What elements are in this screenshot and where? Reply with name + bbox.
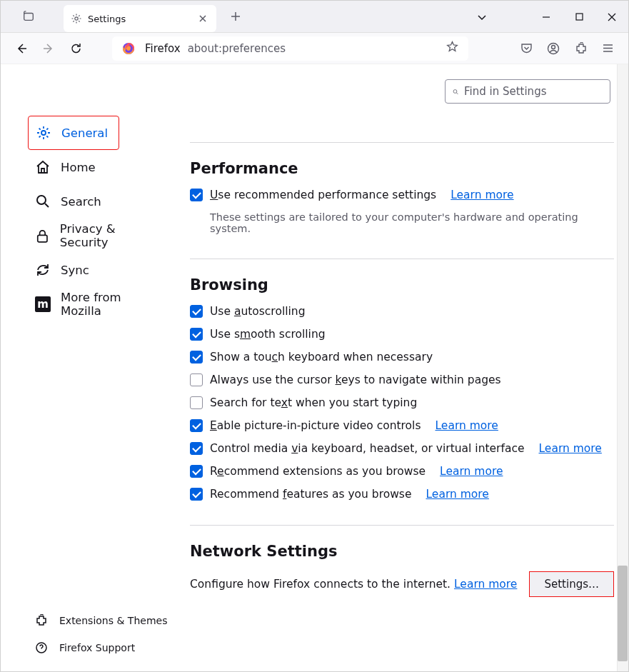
sidebar-item-more-mozilla[interactable]: m More from Mozilla <box>28 287 168 321</box>
svg-point-5 <box>552 45 555 49</box>
sidebar-item-home[interactable]: Home <box>28 150 168 184</box>
scrollbar-thumb[interactable] <box>618 566 628 661</box>
url-bar[interactable]: Firefoxabout:preferences <box>112 36 468 61</box>
checkbox-recommended-performance[interactable] <box>190 189 203 201</box>
learn-more-link[interactable]: Learn more <box>454 578 517 591</box>
learn-more-link[interactable]: Learn more <box>426 488 488 501</box>
browser-tab[interactable]: Settings <box>64 5 216 32</box>
minimize-button[interactable] <box>530 1 563 33</box>
reload-button[interactable] <box>64 36 88 61</box>
svg-point-6 <box>41 131 46 135</box>
firefox-icon <box>122 42 135 55</box>
back-button[interactable] <box>9 36 34 61</box>
sidebar-item-general[interactable]: General <box>28 116 119 150</box>
mozilla-icon: m <box>35 296 51 312</box>
checkbox-smooth-scrolling[interactable] <box>190 328 203 341</box>
navigation-toolbar: Firefoxabout:preferences <box>1 33 628 64</box>
checkbox-pip[interactable] <box>190 419 203 432</box>
sync-icon <box>35 262 51 278</box>
checkbox-label: Search for text when you start typing <box>210 396 417 409</box>
learn-more-link[interactable]: Learn more <box>436 419 498 432</box>
checkbox-label: Eable picture-in-picture video controls <box>210 419 421 432</box>
account-button[interactable] <box>541 36 565 61</box>
sidebar-bottom: Extensions & Themes Firefox Support <box>28 607 174 661</box>
section-heading: Browsing <box>190 276 614 294</box>
pocket-button[interactable] <box>514 36 538 61</box>
sidebar-label: Extensions & Themes <box>59 615 167 626</box>
sidebar-label: Sync <box>61 264 89 277</box>
tab-label: Settings <box>88 14 196 24</box>
checkbox-label: Use smooth scrolling <box>210 328 326 341</box>
sidebar-label: Firefox Support <box>59 642 135 653</box>
section-heading: Performance <box>190 160 614 177</box>
sidebar-item-sync[interactable]: Sync <box>28 253 168 287</box>
checkbox-label: Control media via keyboard, headset, or … <box>210 442 524 455</box>
section-network: Network Settings Configure how Firefox c… <box>190 525 614 597</box>
help-icon <box>35 641 48 654</box>
checkbox-recommend-extensions[interactable] <box>190 465 203 478</box>
new-tab-button[interactable] <box>225 6 246 27</box>
svg-point-7 <box>37 196 46 204</box>
checkbox-label: Recommend features as you browse <box>210 488 411 501</box>
checkbox-recommend-features[interactable] <box>190 488 203 501</box>
puzzle-icon <box>35 614 48 627</box>
main-panel: Performance Use recommended performance … <box>168 64 628 671</box>
svg-point-1 <box>75 17 78 20</box>
search-settings-box[interactable] <box>445 79 610 104</box>
search-icon <box>35 194 51 209</box>
menu-button[interactable] <box>595 36 620 61</box>
checkbox-touch-keyboard[interactable] <box>190 351 203 363</box>
sidebar-item-search[interactable]: Search <box>28 184 168 219</box>
sidebar-item-support[interactable]: Firefox Support <box>28 634 174 661</box>
checkbox-label: Always use the cursor keys to navigate w… <box>210 373 501 386</box>
tab-close-button[interactable] <box>196 12 209 25</box>
bookmark-star-icon[interactable] <box>441 41 464 56</box>
svg-rect-0 <box>24 14 34 21</box>
titlebar: Settings <box>1 1 628 33</box>
learn-more-link[interactable]: Learn more <box>538 442 601 455</box>
url-text: Firefoxabout:preferences <box>141 42 286 55</box>
checkbox-label: Use recommended performance settings <box>210 189 436 201</box>
sidebar: General Home Search Privacy & Security S… <box>1 64 168 671</box>
forward-button[interactable] <box>36 36 61 61</box>
checkbox-media-keyboard[interactable] <box>190 442 203 455</box>
svg-rect-2 <box>576 14 583 20</box>
extensions-button[interactable] <box>568 36 593 61</box>
network-desc: Configure how Firefox connects to the in… <box>190 578 517 591</box>
home-icon <box>35 159 51 175</box>
section-performance: Performance Use recommended performance … <box>190 142 614 234</box>
checkbox-cursor-keys[interactable] <box>190 373 203 386</box>
learn-more-link[interactable]: Learn more <box>451 189 513 201</box>
checkbox-search-text-typing[interactable] <box>190 396 203 409</box>
sidebar-label: Search <box>61 195 101 209</box>
sidebar-label: General <box>61 126 108 140</box>
sidebar-item-extensions[interactable]: Extensions & Themes <box>28 607 174 634</box>
svg-rect-8 <box>38 235 47 241</box>
checkbox-label: Recommend extensions as you browse <box>210 465 426 478</box>
network-settings-button[interactable]: Settings… <box>529 571 614 597</box>
section-heading: Network Settings <box>190 543 614 560</box>
gear-icon <box>71 13 82 24</box>
checkbox-autoscrolling[interactable] <box>190 305 203 318</box>
sidebar-label: More from Mozilla <box>61 291 161 318</box>
url-identity <box>116 42 141 55</box>
lock-icon <box>35 228 50 244</box>
tabs-chevron-button[interactable] <box>466 1 498 33</box>
search-input[interactable] <box>464 85 603 98</box>
sidebar-item-privacy[interactable]: Privacy & Security <box>28 219 168 253</box>
window-controls <box>530 1 628 33</box>
performance-desc: These settings are tailored to your comp… <box>210 211 614 234</box>
vertical-scrollbar[interactable] <box>617 64 628 671</box>
checkbox-label: Show a touch keyboard when necessary <box>210 351 433 363</box>
sidebar-label: Home <box>61 161 96 174</box>
checkbox-label: Use autoscrolling <box>210 305 305 318</box>
learn-more-link[interactable]: Learn more <box>440 465 503 478</box>
gear-icon <box>36 125 51 141</box>
sidebar-label: Privacy & Security <box>60 222 161 249</box>
maximize-button[interactable] <box>563 1 595 33</box>
close-button[interactable] <box>595 1 628 33</box>
tab-list-button[interactable] <box>14 1 44 31</box>
section-browsing: Browsing Use autoscrolling Use smooth sc… <box>190 259 614 501</box>
content-area: General Home Search Privacy & Security S… <box>1 64 628 671</box>
svg-point-10 <box>453 89 457 93</box>
